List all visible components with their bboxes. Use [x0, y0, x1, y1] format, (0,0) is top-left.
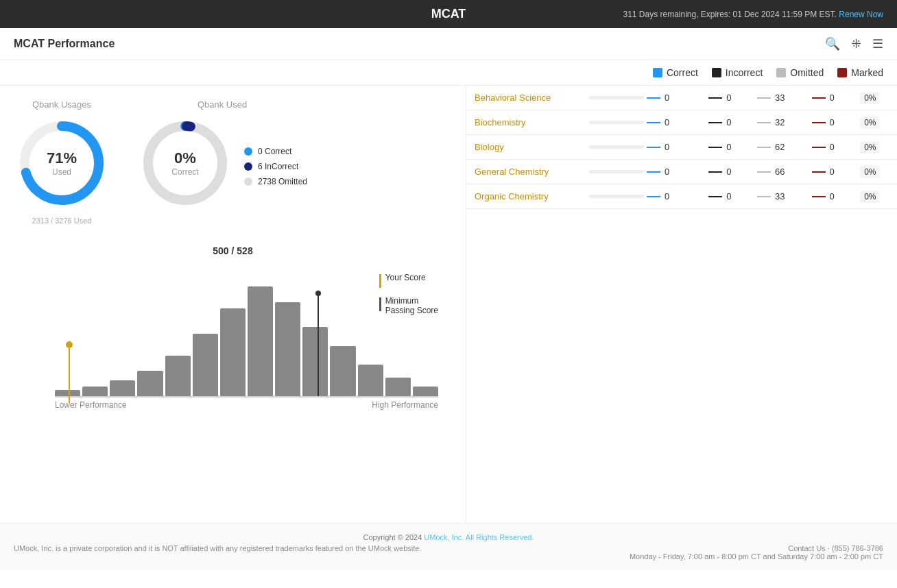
main-layout: Qbank Usages 71% Used 2313 / 3276 Used: [0, 86, 897, 523]
usages-pct: 71%: [47, 149, 77, 167]
incorrect-dash: [708, 196, 722, 197]
histogram-bar: [193, 334, 218, 396]
incorrect-cell: 0: [708, 93, 741, 103]
used-omitted-dot: [244, 177, 252, 186]
marked-label: Marked: [851, 67, 883, 78]
correct-dot: [653, 68, 662, 77]
qbank-usages: Qbank Usages 71% Used 2313 / 3276 Used: [14, 99, 110, 225]
marked-cell: 0: [812, 191, 844, 201]
incorrect-value: 0: [726, 117, 731, 127]
histogram-wrapper: Lower Performance High Performance Your …: [14, 259, 452, 410]
histogram-bar: [330, 346, 355, 396]
marked-dash: [812, 171, 826, 173]
footer-contact: Contact Us · (855) 786-3786: [630, 544, 883, 552]
omitted-value: 66: [775, 167, 785, 177]
marked-value: 0: [830, 117, 835, 127]
incorrect-cell: 0: [708, 167, 741, 177]
pct-badge: 0%: [860, 117, 880, 129]
legend-omitted: Omitted: [776, 67, 824, 78]
histogram-bar: [302, 327, 328, 396]
copyright-link[interactable]: UMock, Inc. All Rights Reserved.: [424, 533, 534, 541]
your-score-label: Your Score: [385, 273, 426, 282]
omitted-label: Omitted: [790, 67, 824, 78]
menu-icon[interactable]: ☰: [872, 36, 883, 51]
performance-table: Behavioral Science 0 0 33: [466, 86, 897, 209]
search-icon[interactable]: 🔍: [825, 36, 840, 51]
marked-dash: [812, 97, 826, 99]
outlier-line: [69, 348, 70, 403]
omitted-dash: [757, 147, 771, 148]
omitted-value: 33: [775, 191, 785, 201]
left-panel: Qbank Usages 71% Used 2313 / 3276 Used: [0, 86, 466, 523]
footer-row2: UMock, Inc. is a private corporation and…: [14, 544, 883, 561]
used-label: 0% Correct: [171, 149, 198, 177]
correct-cell: 0: [589, 117, 692, 127]
correct-dash: [647, 171, 660, 173]
incorrect-value: 0: [726, 191, 731, 201]
table-row: Behavioral Science 0 0 33: [466, 86, 897, 110]
correct-dash: [647, 147, 660, 148]
usages-label: 71% Used: [47, 149, 77, 177]
right-panel: Behavioral Science 0 0 33: [466, 86, 897, 523]
omitted-cell: 62: [757, 142, 796, 152]
outlier-marker: [66, 341, 73, 403]
histogram-bar: [248, 286, 273, 396]
used-legend: 0 Correct 6 InCorrect 2738 Omitted: [244, 147, 307, 186]
legend-correct: Correct: [653, 67, 698, 78]
marked-value: 0: [830, 191, 835, 201]
qbank-usages-title: Qbank Usages: [32, 99, 91, 110]
correct-cell: 0: [589, 191, 692, 201]
marked-dash: [812, 196, 826, 197]
page-header: MCAT Performance 🔍 ⁜ ☰: [0, 28, 897, 60]
incorrect-dash: [708, 97, 722, 99]
omitted-cell: 33: [757, 93, 796, 103]
marked-cell: 0: [812, 167, 844, 177]
histogram-legend: Your Score MinimumPassing Score: [379, 273, 438, 315]
footer-copyright: Copyright © 2024 UMock, Inc. All Rights …: [14, 533, 883, 541]
correct-bar-bg: [589, 96, 644, 99]
used-incorrect-text: 6 InCorrect: [258, 162, 298, 171]
used-legend-incorrect: 6 InCorrect: [244, 162, 307, 171]
marked-value: 0: [830, 142, 835, 152]
usages-detail: 2313 / 3276 Used: [32, 217, 92, 225]
pct-badge: 0%: [860, 141, 880, 154]
correct-value: 0: [665, 142, 669, 152]
histogram-bar: [165, 356, 191, 396]
histogram-score: 500 / 528: [14, 245, 452, 256]
pct-badge: 0%: [860, 166, 880, 178]
correct-bar-bg: [589, 170, 644, 173]
incorrect-cell: 0: [708, 191, 741, 201]
incorrect-dot: [712, 68, 721, 77]
qbank-section: Qbank Usages 71% Used 2313 / 3276 Used: [14, 99, 452, 225]
usages-sub: Used: [47, 167, 77, 177]
correct-dash: [647, 122, 660, 123]
correct-bar-bg: [589, 195, 644, 198]
used-correct-dot: [244, 147, 252, 156]
marked-cell: 0: [812, 93, 844, 103]
x-label-high: High Performance: [372, 400, 438, 410]
correct-cell: 0: [589, 93, 692, 103]
passing-score-line: [379, 297, 381, 311]
incorrect-dash: [708, 122, 722, 123]
correct-bar-bg: [589, 145, 644, 149]
qbank-usages-donut: 71% Used: [14, 115, 110, 211]
chart-legend: Correct Incorrect Omitted Marked: [0, 60, 897, 86]
correct-value: 0: [665, 191, 669, 201]
page-title: MCAT Performance: [14, 38, 115, 50]
qbank-used: Qbank Used 0% Correct: [137, 99, 307, 225]
renew-link[interactable]: Renew Now: [839, 10, 883, 19]
omitted-value: 62: [775, 142, 785, 152]
marked-value: 0: [830, 93, 835, 103]
correct-cell: 0: [589, 142, 692, 152]
grid-icon[interactable]: ⁜: [851, 36, 861, 51]
histogram-bar: [413, 387, 438, 396]
footer: Copyright © 2024 UMock, Inc. All Rights …: [0, 523, 897, 570]
used-omitted-text: 2738 Omitted: [258, 177, 307, 186]
score-line: [318, 293, 319, 396]
qbank-used-donut: 0% Correct: [137, 115, 233, 211]
omitted-cell: 32: [757, 117, 796, 127]
legend-marked: Marked: [837, 67, 883, 78]
incorrect-value: 0: [726, 167, 731, 177]
subject-name: General Chemistry: [475, 167, 549, 177]
marked-dash: [812, 147, 826, 148]
